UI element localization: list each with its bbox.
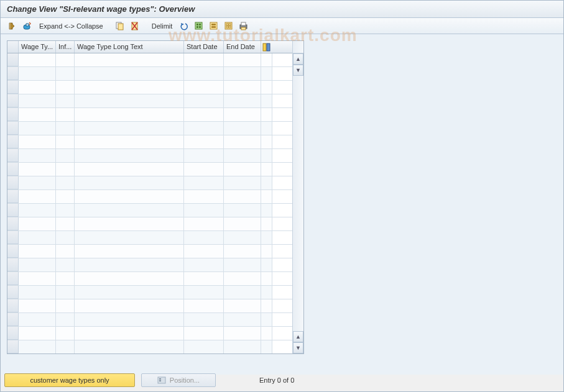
other-view-icon[interactable] <box>6 20 19 32</box>
cell-info[interactable] <box>56 299 75 312</box>
cell-end-date[interactable] <box>224 299 261 312</box>
table-row[interactable] <box>7 94 292 108</box>
cell-end-date[interactable] <box>224 67 261 80</box>
cell-long-text[interactable] <box>75 204 184 217</box>
cell-long-text[interactable] <box>75 340 184 353</box>
cell-wage-type[interactable] <box>19 327 56 340</box>
table-row[interactable] <box>7 258 292 272</box>
table-row[interactable] <box>7 108 292 122</box>
cell-wage-type[interactable] <box>19 163 56 176</box>
cell-wage-type[interactable] <box>19 286 56 299</box>
cell-long-text[interactable] <box>75 94 184 107</box>
table-row[interactable] <box>7 299 292 313</box>
cell-start-date[interactable] <box>184 81 224 94</box>
cell-info[interactable] <box>56 258 75 271</box>
cell-long-text[interactable] <box>75 135 184 148</box>
copy-icon[interactable] <box>113 20 127 32</box>
cell-start-date[interactable] <box>184 67 224 80</box>
cell-start-date[interactable] <box>184 135 224 148</box>
cell-start-date[interactable] <box>184 272 224 285</box>
cell-wage-type[interactable] <box>19 122 56 135</box>
cell-info[interactable] <box>56 313 75 326</box>
cell-wage-type[interactable] <box>19 204 56 217</box>
cell-end-date[interactable] <box>224 340 261 353</box>
cell-end-date[interactable] <box>224 53 261 66</box>
row-selector[interactable] <box>7 245 19 258</box>
cell-info[interactable] <box>56 204 75 217</box>
configure-columns-icon[interactable] <box>261 41 272 53</box>
row-selector[interactable] <box>7 67 19 80</box>
cell-wage-type[interactable] <box>19 258 56 271</box>
cell-info[interactable] <box>56 122 75 135</box>
delimit-button[interactable]: Delimit <box>148 22 177 30</box>
row-selector[interactable] <box>7 81 19 94</box>
cell-info[interactable] <box>56 217 75 230</box>
table-row[interactable] <box>7 245 292 258</box>
cell-end-date[interactable] <box>224 135 261 148</box>
cell-info[interactable] <box>56 135 75 148</box>
cell-start-date[interactable] <box>184 313 224 326</box>
table-row[interactable] <box>7 340 292 353</box>
position-button[interactable]: Position... <box>141 373 216 387</box>
cell-end-date[interactable] <box>224 272 261 285</box>
cell-info[interactable] <box>56 340 75 353</box>
col-end-date[interactable]: End Date <box>224 41 261 53</box>
cell-wage-type[interactable] <box>19 313 56 326</box>
scroll-down-icon[interactable]: ▼ <box>293 65 303 76</box>
row-selector[interactable] <box>7 286 19 299</box>
header-selector[interactable] <box>7 41 19 53</box>
cell-info[interactable] <box>56 163 75 176</box>
table-row[interactable] <box>7 81 292 94</box>
cell-wage-type[interactable] <box>19 81 56 94</box>
row-selector[interactable] <box>7 204 19 217</box>
cell-end-date[interactable] <box>224 108 261 121</box>
cell-start-date[interactable] <box>184 176 224 189</box>
cell-start-date[interactable] <box>184 204 224 217</box>
cell-end-date[interactable] <box>224 286 261 299</box>
cell-start-date[interactable] <box>184 340 224 353</box>
row-selector[interactable] <box>7 163 19 176</box>
expand-collapse-button[interactable]: Expand <-> Collapse <box>35 22 107 30</box>
cell-long-text[interactable] <box>75 176 184 189</box>
cell-start-date[interactable] <box>184 108 224 121</box>
table-row[interactable] <box>7 122 292 135</box>
row-selector[interactable] <box>7 94 19 107</box>
cell-end-date[interactable] <box>224 217 261 230</box>
cell-end-date[interactable] <box>224 176 261 189</box>
cell-wage-type[interactable] <box>19 67 56 80</box>
cell-wage-type[interactable] <box>19 190 56 203</box>
cell-start-date[interactable] <box>184 163 224 176</box>
table-row[interactable] <box>7 204 292 217</box>
table-row[interactable] <box>7 163 292 176</box>
row-selector[interactable] <box>7 272 19 285</box>
cell-start-date[interactable] <box>184 53 224 66</box>
col-long-text[interactable]: Wage Type Long Text <box>75 41 184 53</box>
cell-start-date[interactable] <box>184 245 224 258</box>
cell-end-date[interactable] <box>224 149 261 162</box>
cell-start-date[interactable] <box>184 286 224 299</box>
cell-info[interactable] <box>56 67 75 80</box>
cell-long-text[interactable] <box>75 53 184 66</box>
cell-long-text[interactable] <box>75 313 184 326</box>
cell-start-date[interactable] <box>184 299 224 312</box>
deselect-all-icon[interactable] <box>222 20 236 32</box>
cell-info[interactable] <box>56 53 75 66</box>
table-row[interactable] <box>7 327 292 340</box>
cell-long-text[interactable] <box>75 163 184 176</box>
cell-long-text[interactable] <box>75 327 184 340</box>
row-selector[interactable] <box>7 327 19 340</box>
cell-info[interactable] <box>56 286 75 299</box>
row-selector[interactable] <box>7 190 19 203</box>
col-info[interactable]: Inf... <box>56 41 75 53</box>
cell-end-date[interactable] <box>224 231 261 244</box>
cell-wage-type[interactable] <box>19 340 56 353</box>
cell-long-text[interactable] <box>75 286 184 299</box>
cell-wage-type[interactable] <box>19 231 56 244</box>
cell-start-date[interactable] <box>184 258 224 271</box>
row-selector[interactable] <box>7 217 19 230</box>
row-selector[interactable] <box>7 231 19 244</box>
col-wage-type[interactable]: Wage Ty... <box>19 41 56 53</box>
row-selector[interactable] <box>7 176 19 189</box>
table-row[interactable] <box>7 190 292 204</box>
cell-long-text[interactable] <box>75 245 184 258</box>
